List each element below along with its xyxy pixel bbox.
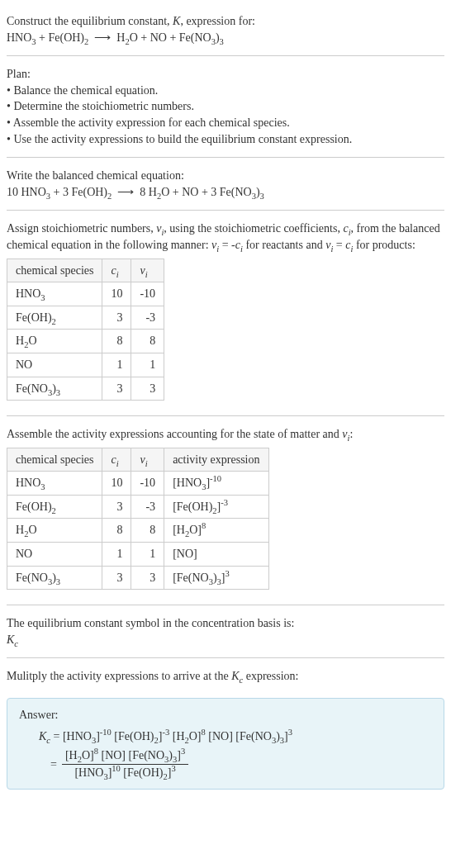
table-row: Fe(OH)23-3[Fe(OH)2]-3 xyxy=(7,495,269,519)
plan-title: Plan: xyxy=(7,66,444,83)
table-row: Fe(NO3)333[Fe(NO3)3]3 xyxy=(7,566,269,590)
table-row: H2O88[H2O]8 xyxy=(7,519,269,543)
cell-activity: [Fe(OH)2]-3 xyxy=(164,495,268,519)
col-vi: νi xyxy=(131,448,164,472)
table-row: NO11[NO] xyxy=(7,543,269,567)
col-species: chemical species xyxy=(7,259,102,282)
divider xyxy=(7,657,444,658)
cell-ci: 8 xyxy=(102,330,131,353)
cell-species: Fe(NO3)3 xyxy=(7,377,102,401)
plan-item: • Determine the stoichiometric numbers. xyxy=(7,98,444,115)
divider xyxy=(7,605,444,605)
cell-ci: 3 xyxy=(102,377,131,401)
stoich-table: chemical species ci νi HNO310-10 Fe(OH)2… xyxy=(7,259,164,401)
fraction-denominator: [HNO3]10 [Fe(OH)2]3 xyxy=(62,765,188,781)
symbol-text: The equilibrium constant symbol in the c… xyxy=(7,615,444,632)
table-row: HNO310-10 xyxy=(7,282,164,306)
header-equation: HNO3 + Fe(OH)2 ⟶ H2O + NO + Fe(NO3)3 xyxy=(7,30,444,46)
cell-activity: [Fe(NO3)3]3 xyxy=(164,566,268,590)
cell-ci: 1 xyxy=(102,353,131,377)
cell-ci: 3 xyxy=(102,306,131,330)
cell-species: H2O xyxy=(7,330,102,353)
col-ci: ci xyxy=(102,259,131,282)
cell-vi: -3 xyxy=(131,495,164,519)
table-row: Fe(NO3)333 xyxy=(7,377,164,401)
col-vi: νi xyxy=(131,259,164,282)
answer-fraction: = [H2O]8 [NO] [Fe(NO3)3]3 [HNO3]10 [Fe(O… xyxy=(39,747,432,780)
stoich-intro: Assign stoichiometric numbers, νi, using… xyxy=(7,221,444,253)
activity-intro: Assemble the activity expressions accoun… xyxy=(7,426,444,443)
fraction-numerator: [H2O]8 [NO] [Fe(NO3)3]3 xyxy=(62,747,188,765)
cell-species: Fe(NO3)3 xyxy=(7,566,102,590)
plan-item: • Assemble the activity expression for e… xyxy=(7,115,444,131)
plan-item: • Use the activity expressions to build … xyxy=(7,131,444,148)
cell-ci: 1 xyxy=(102,543,131,567)
cell-vi: 8 xyxy=(131,330,164,353)
cell-species: HNO3 xyxy=(7,282,102,306)
cell-vi: 3 xyxy=(131,566,164,590)
header-text: Construct the equilibrium constant, K, e… xyxy=(7,13,444,30)
cell-species: NO xyxy=(7,543,102,567)
cell-ci: 8 xyxy=(102,519,131,543)
activity-table: chemical species ci νi activity expressi… xyxy=(7,448,269,591)
cell-ci: 3 xyxy=(102,495,131,519)
stoich-section: Assign stoichiometric numbers, νi, using… xyxy=(7,214,444,412)
table-header-row: chemical species ci νi xyxy=(7,259,164,282)
cell-species: HNO3 xyxy=(7,472,102,496)
multiply-text: Mulitply the activity expressions to arr… xyxy=(7,668,444,685)
answer-box: Answer: Kc = [HNO3]-10 [Fe(OH)2]-3 [H2O]… xyxy=(7,698,444,790)
header-section: Construct the equilibrium constant, K, e… xyxy=(7,7,444,52)
symbol-kc: Kc xyxy=(7,632,444,648)
table-row: H2O88 xyxy=(7,330,164,353)
cell-ci: 10 xyxy=(102,282,131,306)
cell-species: NO xyxy=(7,353,102,377)
col-ci: ci xyxy=(102,448,131,472)
multiply-section: Mulitply the activity expressions to arr… xyxy=(7,662,444,691)
table-row: NO11 xyxy=(7,353,164,377)
cell-vi: -10 xyxy=(131,282,164,306)
cell-vi: -10 xyxy=(131,472,164,496)
cell-species: Fe(OH)2 xyxy=(7,495,102,519)
balanced-title: Write the balanced chemical equation: xyxy=(7,168,444,184)
cell-vi: -3 xyxy=(131,306,164,330)
activity-section: Assemble the activity expressions accoun… xyxy=(7,420,444,601)
symbol-section: The equilibrium constant symbol in the c… xyxy=(7,609,444,654)
divider xyxy=(7,415,444,416)
cell-activity: [NO] xyxy=(164,543,268,567)
plan-section: Plan: • Balance the chemical equation. •… xyxy=(7,59,444,154)
cell-ci: 10 xyxy=(102,472,131,496)
cell-activity: [H2O]8 xyxy=(164,519,268,543)
table-header-row: chemical species ci νi activity expressi… xyxy=(7,448,269,472)
table-row: Fe(OH)23-3 xyxy=(7,306,164,330)
cell-activity: [HNO3]-10 xyxy=(164,472,268,496)
cell-ci: 3 xyxy=(102,566,131,590)
cell-species: Fe(OH)2 xyxy=(7,306,102,330)
cell-vi: 8 xyxy=(131,519,164,543)
col-activity: activity expression xyxy=(164,448,268,472)
col-species: chemical species xyxy=(7,448,102,472)
cell-vi: 1 xyxy=(131,543,164,567)
table-row: HNO310-10[HNO3]-10 xyxy=(7,472,269,496)
divider xyxy=(7,157,444,158)
fraction: [H2O]8 [NO] [Fe(NO3)3]3 [HNO3]10 [Fe(OH)… xyxy=(62,747,188,780)
plan-item: • Balance the chemical equation. xyxy=(7,83,444,99)
cell-vi: 1 xyxy=(131,353,164,377)
answer-title: Answer: xyxy=(19,707,432,723)
divider xyxy=(7,210,444,211)
cell-species: H2O xyxy=(7,519,102,543)
balanced-equation: 10 HNO3 + 3 Fe(OH)2 ⟶ 8 H2O + NO + 3 Fe(… xyxy=(7,184,444,201)
answer-equation: Kc = [HNO3]-10 [Fe(OH)2]-3 [H2O]8 [NO] [… xyxy=(39,728,432,745)
balanced-section: Write the balanced chemical equation: 10… xyxy=(7,161,444,206)
divider xyxy=(7,55,444,56)
cell-vi: 3 xyxy=(131,377,164,401)
